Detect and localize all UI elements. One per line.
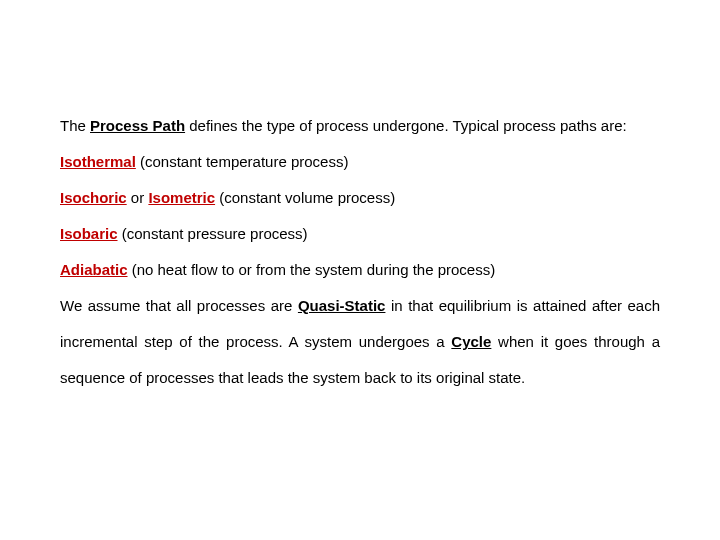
isobaric-desc: (constant pressure process) bbox=[118, 225, 308, 242]
process-path-term: Process Path bbox=[90, 117, 185, 134]
or-text: or bbox=[127, 189, 149, 206]
document-page: The Process Path defines the type of pro… bbox=[0, 0, 720, 540]
body-text: The Process Path defines the type of pro… bbox=[60, 108, 660, 396]
adiabatic-desc: (no heat flow to or from the system duri… bbox=[128, 261, 496, 278]
isochoric-desc: (constant volume process) bbox=[215, 189, 395, 206]
isobaric-term: Isobaric bbox=[60, 225, 118, 242]
cycle-term: Cycle bbox=[451, 333, 491, 350]
intro-suffix: defines the type of process undergone. T… bbox=[185, 117, 627, 134]
adiabatic-term: Adiabatic bbox=[60, 261, 128, 278]
isothermal-term: Isothermal bbox=[60, 153, 136, 170]
quasi-static-term: Quasi-Static bbox=[298, 297, 386, 314]
closing-a: We assume that all processes are bbox=[60, 297, 298, 314]
intro-prefix: The bbox=[60, 117, 90, 134]
isothermal-desc: (constant temperature process) bbox=[136, 153, 349, 170]
isometric-term: Isometric bbox=[148, 189, 215, 206]
isochoric-term: Isochoric bbox=[60, 189, 127, 206]
